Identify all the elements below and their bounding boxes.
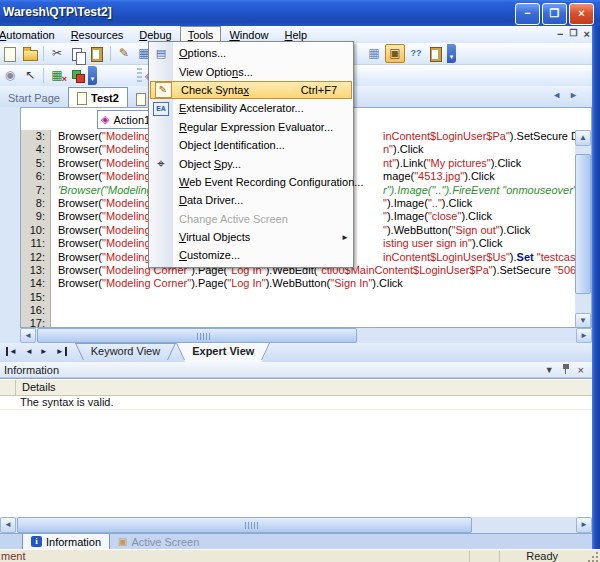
syntax-result-row[interactable]: The syntax is valid. [0,395,592,410]
doc-tab-start-page[interactable]: Start Page [0,89,68,107]
options-icon: ▤ [152,47,170,60]
lower-h-scroll-thumb[interactable] [17,517,472,533]
pin-icon[interactable] [562,363,570,374]
mdi-restore-button[interactable]: ❐ [569,28,577,40]
record-icon[interactable]: ◉ [1,67,19,84]
data-table-icon[interactable]: ▦× [48,67,66,84]
bottom-tab-active-screen[interactable]: ▣Active Screen [110,534,207,549]
editor-h-scroll-thumb[interactable] [37,328,357,343]
page-icon [136,93,146,106]
menu-item-virtual-objects[interactable]: Virtual Objects► [149,228,353,246]
doc-tab-label: Start Page [8,92,60,104]
minimize-button[interactable]: − [515,3,540,25]
lower-horizontal-scrollbar[interactable]: ◄ ► [0,517,592,533]
toolbar-overflow[interactable]: ▾ [447,44,456,63]
menu-item-customize[interactable]: Customize... [149,246,353,264]
line-number: 9: [21,210,51,223]
handle1[interactable] [137,68,142,83]
line-number: 6: [21,170,51,183]
menubar-item-automation[interactable]: Automation [0,27,63,43]
copy-icon[interactable] [68,45,86,62]
code-text[interactable] [51,317,576,328]
menu-item-label: Change Active Screen [179,213,288,225]
editor-horizontal-scrollbar[interactable]: ◄ ► [20,328,592,343]
check-syntax-icon-shape: ✎ [155,82,172,98]
object-repository-icon[interactable] [68,67,86,84]
code-fragment-right: nt").Link("My pictures").Click [383,157,521,170]
resize-grip[interactable] [588,552,599,562]
menu-item-data-driver[interactable]: Data Driver... [149,191,353,209]
check-syntax-icon: ✎ [154,82,172,98]
code-fragment-right: n").Click [383,143,424,156]
menu-item-label: Regular Expression Evaluator... [179,121,333,133]
code-line[interactable]: 15: [21,291,576,304]
results-icon[interactable] [427,45,445,62]
scroll-right-icon[interactable]: ► [576,328,592,343]
active-screen-icon[interactable]: ▣ [385,44,405,63]
window-border [592,26,600,549]
close-button[interactable]: × [569,3,594,25]
menubar-item-resources[interactable]: Resources [63,27,132,43]
paste-icon[interactable] [88,45,106,62]
code-fragment-right: mage("4513.jpg").Click [383,170,495,183]
scroll-left-icon[interactable]: ◄ [20,328,36,343]
prev-page-icon[interactable]: ◄ [25,347,33,356]
line-number: 11: [21,237,51,250]
action-selector-value: Action1 [113,114,150,126]
vertical-scrollbar[interactable]: ▲ ▼ [575,130,591,328]
code-line[interactable]: 17: [21,317,576,328]
code-fragment-right: inContent$LoginUser$Us").Set "testcase2@… [383,251,576,264]
code-text[interactable] [51,304,576,317]
open-test-icon[interactable] [21,45,39,62]
maximize-button[interactable]: ❐ [542,3,567,25]
code-fragment-left: Browser("Modeling [58,237,151,250]
active-screen-tab-icon: ▣ [118,536,127,547]
new-test-icon[interactable] [1,45,19,62]
scroll-down-icon[interactable]: ▼ [575,313,591,328]
menu-item-label: Object Identification... [179,139,285,151]
grid-icon[interactable]: ▦ [365,45,383,62]
object-repository-icon-shape [72,70,83,81]
ea-icon-shape: EA [153,102,169,116]
code-line[interactable]: 14:Browser("Modeling Corner").Page("Log … [21,277,576,290]
mdi-close-button[interactable]: × [584,28,590,40]
menu-item-options[interactable]: ▤Options... [149,44,353,62]
doc-tab-test2[interactable]: Test2 [68,87,128,107]
menu-item-regular-expression-evaluator[interactable]: Regular Expression Evaluator... [149,118,353,136]
menu-item-extensibility-accelerator[interactable]: EAExtensibility Accelerator... [149,99,353,117]
code-text[interactable] [51,291,576,304]
first-page-icon[interactable]: ◄ [6,347,18,356]
menu-item-check-syntax[interactable]: ✎Check SyntaxCtrl+F7 [150,81,352,99]
menu-item-object-identification[interactable]: Object Identification... [149,136,353,154]
lower-scroll-left-icon[interactable]: ◄ [0,517,16,533]
mdi-minimize-button[interactable]: − [557,28,563,40]
information-panel-titlebar: Information ▼ × [0,362,592,378]
scroll-up-icon[interactable]: ▲ [575,130,591,146]
line-number: 15: [21,291,51,304]
menu-item-web-event-recording-configuration[interactable]: Web Event Recording Configuration... [149,173,353,191]
tab-scroll-left-icon[interactable]: ◄ [552,90,561,100]
code-line[interactable]: 16: [21,304,576,317]
bottom-tab-strip: iInformation▣Active Screen [0,533,592,549]
cut-icon[interactable]: ✂ [48,45,66,62]
code-text[interactable]: Browser("Modeling Corner").Page("Log In"… [51,277,576,290]
menu-item-view-options[interactable]: View Options... [149,62,353,80]
edit-icon[interactable]: ✎ [115,45,133,62]
view-tab-expert-view[interactable]: Expert View [176,343,270,362]
bottom-tab-information[interactable]: iInformation [22,534,110,550]
panel-close-icon[interactable]: × [578,363,584,377]
next-page-icon[interactable]: ► [40,347,48,356]
last-page-icon[interactable]: ► [55,347,67,356]
tab-scroll-right-icon[interactable]: ► [569,90,578,100]
run-pointer-icon[interactable]: ↖ [21,67,39,84]
menu-item-object-spy[interactable]: ⌖Object Spy... [149,154,353,172]
panel-menu-icon[interactable]: ▼ [545,363,554,377]
lower-scroll-right-icon[interactable]: ► [576,517,592,533]
menu-item-label: View Options... [179,66,253,78]
details-column-header[interactable]: Details [16,380,56,395]
vertical-scroll-thumb[interactable] [575,154,591,294]
step-generator-icon[interactable]: ?? [407,45,425,62]
action-icon: ◈ [101,113,109,126]
view-tab-keyword-view[interactable]: Keyword View [75,343,177,362]
mini-overflow[interactable]: ▾ [88,66,97,85]
